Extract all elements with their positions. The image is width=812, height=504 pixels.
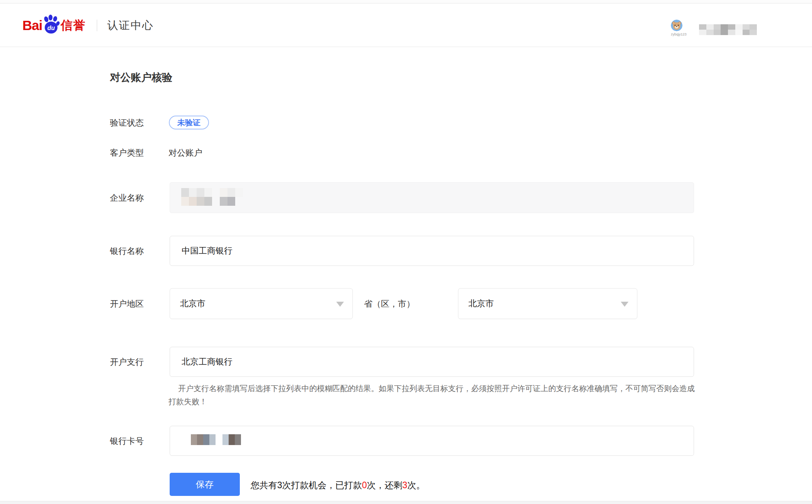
logo-du-text: du	[47, 25, 55, 31]
branch-input[interactable]	[170, 347, 694, 377]
bear-avatar-icon	[671, 20, 682, 31]
bank-name-label: 银行名称	[110, 245, 144, 257]
redacted-account-name	[699, 24, 757, 35]
logo-bai-text: Bai	[22, 18, 42, 33]
region-separator-label: 省（区，市）	[364, 298, 415, 310]
customer-type-label: 客户类型	[110, 147, 144, 159]
branch-hint: 开户支行名称需填写后选择下拉列表中的模糊匹配的结果。如果下拉列表无目标支行，必须…	[168, 382, 697, 408]
header: Bai du 信誉 认证中心	[0, 4, 812, 47]
user-avatar[interactable]	[671, 20, 682, 31]
card-number-input[interactable]	[170, 426, 694, 456]
company-name-field	[170, 182, 694, 213]
footer-strip	[0, 501, 812, 504]
save-button[interactable]: 保存	[170, 473, 240, 496]
region-label: 开户地区	[110, 298, 144, 310]
baidu-xinyu-logo[interactable]: Bai du 信誉 认证中心	[22, 4, 153, 47]
remit-remaining-count: 3	[403, 480, 408, 490]
user-menu[interactable]: zybqjy123	[671, 20, 682, 36]
chevron-down-icon	[336, 302, 344, 307]
username-label: zybqjy123	[671, 32, 682, 36]
page: Bai du 信誉 认证中心	[0, 0, 812, 504]
remit-note-seg3: 次。	[407, 480, 425, 490]
province-select[interactable]: 北京市	[170, 288, 353, 319]
status-label: 验证状态	[110, 117, 144, 129]
header-title: 认证中心	[107, 18, 153, 33]
chevron-down-icon	[621, 302, 628, 307]
bank-name-input[interactable]	[170, 236, 694, 266]
top-hairline	[0, 0, 812, 3]
remit-note-seg1: 您共有3次打款机会，已打款	[251, 480, 362, 490]
province-select-value: 北京市	[180, 299, 206, 308]
redacted-company-name	[181, 188, 243, 206]
header-divider	[97, 20, 97, 31]
card-number-label: 银行卡号	[110, 435, 144, 447]
page-title: 对公账户核验	[110, 71, 172, 84]
company-name-label: 企业名称	[110, 192, 144, 204]
status-badge: 未验证	[169, 116, 209, 129]
city-select[interactable]: 北京市	[458, 288, 637, 319]
branch-label: 开户支行	[110, 356, 144, 368]
redacted-card-number	[191, 434, 242, 445]
baidu-paw-icon: du	[43, 15, 60, 34]
remit-used-count: 0	[362, 480, 367, 490]
remit-note: 您共有3次打款机会，已打款0次，还剩3次。	[251, 479, 425, 491]
logo-brand-text: 信誉	[61, 17, 85, 34]
city-select-value: 北京市	[468, 299, 494, 308]
remit-note-seg2: 次，还剩	[367, 480, 403, 490]
customer-type-value: 对公账户	[168, 147, 202, 159]
